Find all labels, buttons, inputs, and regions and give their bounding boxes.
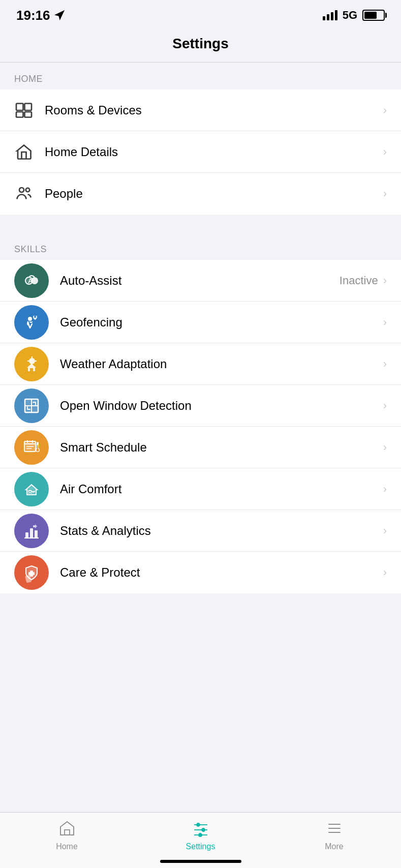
bottom-spacer <box>0 593 401 654</box>
nav-home[interactable]: Home <box>0 820 134 851</box>
home-indicator <box>160 860 241 863</box>
chevron-icon: › <box>383 274 387 287</box>
home-settings-list: Rooms & Devices › Home Details › People … <box>0 89 401 215</box>
time-display: 19:16 <box>16 8 50 23</box>
svg-point-5 <box>19 188 24 192</box>
nav-more[interactable]: More <box>267 820 401 851</box>
svg-rect-36 <box>28 572 35 575</box>
home-details-item[interactable]: Home Details › <box>0 131 401 173</box>
geofencing-icon <box>14 305 49 340</box>
auto-assist-status: Inactive <box>340 274 378 287</box>
weather-icon <box>14 347 49 381</box>
weather-adaptation-item[interactable]: Weather Adaptation › <box>0 343 401 385</box>
svg-rect-32 <box>30 528 33 538</box>
care-icon <box>14 555 49 590</box>
svg-rect-2 <box>25 103 32 110</box>
air-comfort-label: Air Comfort <box>60 482 383 496</box>
chevron-icon: › <box>383 399 387 412</box>
location-icon <box>54 10 65 20</box>
auto-assist-item[interactable]: A Auto-Assist Inactive › <box>0 260 401 302</box>
smart-schedule-item[interactable]: Smart Schedule › <box>0 427 401 468</box>
chevron-icon: › <box>383 441 387 454</box>
svg-point-42 <box>197 823 200 826</box>
auto-assist-icon: A <box>14 263 49 298</box>
svg-rect-4 <box>25 112 32 117</box>
page-title: Settings <box>0 31 401 63</box>
chevron-icon: › <box>383 483 387 496</box>
status-time: 19:16 <box>16 8 65 23</box>
rooms-devices-item[interactable]: Rooms & Devices › <box>0 89 401 131</box>
svg-point-6 <box>26 188 30 192</box>
svg-point-12 <box>29 358 35 364</box>
air-icon <box>14 472 49 506</box>
network-label: 5G <box>343 9 357 22</box>
status-right: 5G <box>323 9 385 22</box>
svg-point-10 <box>28 317 32 321</box>
chevron-icon: › <box>383 104 387 117</box>
chevron-icon: › <box>383 187 387 200</box>
svg-text:A: A <box>28 277 33 285</box>
stats-analytics-label: Stats & Analytics <box>60 524 383 538</box>
nav-settings[interactable]: Settings <box>134 820 267 851</box>
weather-adaptation-label: Weather Adaptation <box>60 357 383 371</box>
chevron-icon: › <box>383 357 387 371</box>
geofencing-item[interactable]: Geofencing › <box>0 302 401 343</box>
chevron-icon: › <box>383 145 387 159</box>
open-window-item[interactable]: Open Window Detection › <box>0 385 401 427</box>
home-details-label: Home Details <box>45 145 383 159</box>
stats-icon <box>14 514 49 548</box>
section-gap <box>0 215 401 233</box>
svg-rect-33 <box>35 530 38 538</box>
nav-home-label: Home <box>56 842 78 851</box>
nav-settings-label: Settings <box>186 842 215 851</box>
signal-bars <box>323 10 337 20</box>
chevron-icon: › <box>383 566 387 579</box>
battery-icon <box>362 10 385 21</box>
schedule-icon <box>14 430 49 465</box>
smart-schedule-label: Smart Schedule <box>60 440 383 455</box>
svg-rect-17 <box>30 368 33 371</box>
window-icon <box>14 388 49 423</box>
geofencing-label: Geofencing <box>60 315 383 330</box>
skills-settings-list: A Auto-Assist Inactive › Geofencing › <box>0 260 401 593</box>
chevron-icon: › <box>383 524 387 537</box>
people-label: People <box>45 187 383 201</box>
rooms-devices-label: Rooms & Devices <box>45 103 383 117</box>
care-protect-item[interactable]: Care & Protect › <box>0 552 401 593</box>
care-protect-label: Care & Protect <box>60 565 383 580</box>
svg-rect-38 <box>65 830 70 835</box>
air-comfort-item[interactable]: Air Comfort › <box>0 468 401 510</box>
nav-settings-icon <box>192 820 209 839</box>
svg-rect-3 <box>16 112 23 117</box>
stats-analytics-item[interactable]: Stats & Analytics › <box>0 510 401 552</box>
people-item[interactable]: People › <box>0 173 401 215</box>
nav-more-label: More <box>325 842 343 851</box>
rooms-icon <box>14 101 34 120</box>
status-bar: 19:16 5G <box>0 0 401 31</box>
section-header-home: HOME <box>0 63 401 89</box>
svg-marker-0 <box>55 11 64 19</box>
people-icon <box>14 184 34 203</box>
chevron-icon: › <box>383 316 387 329</box>
home-details-icon <box>14 142 34 162</box>
auto-assist-label: Auto-Assist <box>60 274 340 288</box>
svg-point-44 <box>202 828 205 831</box>
battery-fill <box>364 12 377 19</box>
nav-home-icon <box>58 820 76 839</box>
nav-more-icon <box>326 820 343 839</box>
section-header-skills: SKILLS <box>0 233 401 260</box>
svg-rect-1 <box>16 103 23 110</box>
svg-point-11 <box>34 316 36 318</box>
svg-point-46 <box>199 833 202 836</box>
svg-point-30 <box>37 448 39 451</box>
open-window-label: Open Window Detection <box>60 399 383 413</box>
svg-rect-31 <box>25 532 28 538</box>
